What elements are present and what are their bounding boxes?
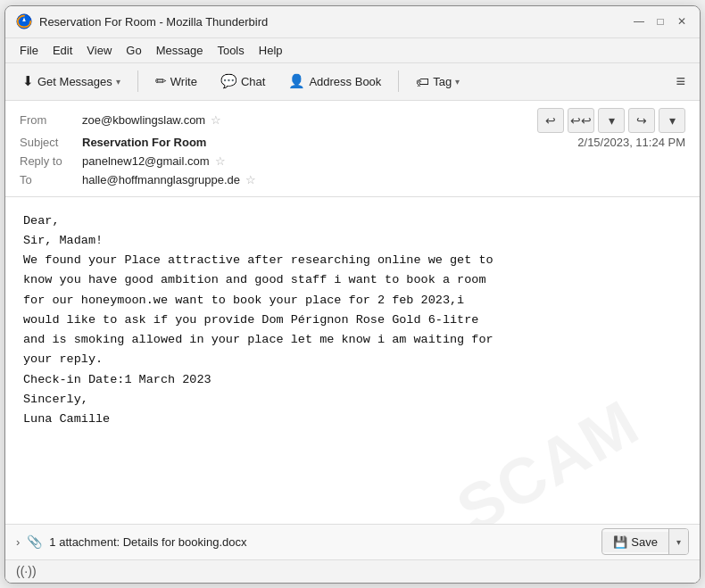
save-button-group: 💾 Save ▾ [601,528,689,555]
attachment-clip-icon: 📎 [27,534,42,549]
save-icon: 💾 [613,535,627,549]
chat-icon: 💬 [220,73,237,89]
nav-dropdown-button[interactable]: ▾ [598,108,625,133]
toolbar-separator-2 [398,70,399,92]
get-messages-button[interactable]: ⬇ Get Messages ▾ [12,69,130,94]
reply-to-row: Reply to panelnew12@gmail.com ☆ [20,152,685,170]
close-button[interactable]: ✕ [675,14,689,29]
to-star-icon[interactable]: ☆ [245,173,256,186]
window-title: Reservation For Room - Mozilla Thunderbi… [39,15,632,29]
to-label: To [20,173,82,186]
subject-value-container: Reservation For Room [82,136,577,149]
toolbar: ⬇ Get Messages ▾ ✏ Write 💬 Chat 👤 Addres… [5,63,700,101]
get-messages-dropdown-icon: ▾ [116,77,120,87]
titlebar: Reservation For Room - Mozilla Thunderbi… [5,6,700,38]
chat-label: Chat [241,75,265,88]
from-label: From [20,113,82,127]
menubar: File Edit View Go Message Tools Help [5,38,700,63]
menu-file[interactable]: File [12,42,46,59]
reply-to-label: Reply to [20,154,82,168]
main-window: Reservation For Room - Mozilla Thunderbi… [4,5,701,584]
from-field: From zoe@kbowlingslaw.com ☆ [20,111,221,129]
subject-value: Reservation For Room [82,136,206,149]
from-row: From zoe@kbowlingslaw.com ☆ ↩ ↩↩ ▾ ↪ ▾ [20,108,685,133]
menu-view[interactable]: View [79,42,119,59]
chat-button[interactable]: 💬 Chat [211,69,275,94]
attachment-bar: › 📎 1 attachment: Details for booking.do… [5,524,700,559]
email-date: 2/15/2023, 11:24 PM [577,136,685,149]
menu-help[interactable]: Help [252,42,290,59]
subject-row: Subject Reservation For Room 2/15/2023, … [20,133,685,152]
from-star-icon[interactable]: ☆ [211,113,221,127]
get-messages-icon: ⬇ [22,73,34,89]
connection-icon: ((·)) [16,564,37,578]
email-header: From zoe@kbowlingslaw.com ☆ ↩ ↩↩ ▾ ↪ ▾ S… [5,101,700,197]
write-label: Write [170,75,197,88]
reply-button[interactable]: ↩ [537,108,564,133]
email-body: Dear, Sir, Madam! We found your Place at… [5,197,700,524]
subject-label: Subject [20,136,82,149]
menu-edit[interactable]: Edit [46,42,79,59]
address-book-button[interactable]: 👤 Address Book [278,69,391,94]
reply-to-star-icon[interactable]: ☆ [215,154,226,168]
save-label: Save [631,535,658,549]
tag-dropdown-icon: ▾ [455,77,460,87]
from-value-container: zoe@kbowlingslaw.com ☆ [82,113,221,127]
window-controls: — □ ✕ [632,14,689,29]
attachment-expand-icon[interactable]: › [16,535,20,549]
save-dropdown-button[interactable]: ▾ [668,529,688,554]
reply-all-button[interactable]: ↩↩ [568,108,594,133]
more-button[interactable]: ▾ [659,108,685,133]
menu-message[interactable]: Message [149,42,211,59]
address-book-label: Address Book [309,75,381,88]
minimize-button[interactable]: — [632,14,646,29]
address-book-icon: 👤 [288,73,305,89]
nav-buttons: ↩ ↩↩ ▾ ↪ ▾ [537,108,685,133]
toolbar-separator-1 [137,70,138,92]
write-button[interactable]: ✏ Write [145,69,207,94]
reply-to-address: panelnew12@gmail.com [82,154,210,168]
forward-button[interactable]: ↪ [628,108,655,133]
to-value-container: halle@hoffmannglasgruppe.de ☆ [82,173,685,186]
menu-tools[interactable]: Tools [210,42,251,59]
reply-to-value-container: panelnew12@gmail.com ☆ [82,154,685,168]
tag-icon: 🏷 [416,74,429,89]
from-address: zoe@kbowlingslaw.com [82,113,205,127]
write-icon: ✏ [155,73,167,89]
to-row: To halle@hoffmannglasgruppe.de ☆ [20,170,685,189]
save-button[interactable]: 💾 Save [602,532,668,552]
app-icon [16,13,32,29]
email-body-container: SCAM Dear, Sir, Madam! We found your Pla… [5,197,700,524]
maximize-button[interactable]: □ [653,14,668,29]
attachment-label: 1 attachment: Details for booking.docx [49,535,594,549]
get-messages-label: Get Messages [37,75,112,88]
tag-label: Tag [433,75,452,88]
to-address: halle@hoffmannglasgruppe.de [82,173,240,186]
menu-go[interactable]: Go [119,42,148,59]
statusbar: ((·)) [5,559,700,583]
tag-button[interactable]: 🏷 Tag ▾ [406,70,469,94]
hamburger-button[interactable]: ≡ [668,69,693,95]
